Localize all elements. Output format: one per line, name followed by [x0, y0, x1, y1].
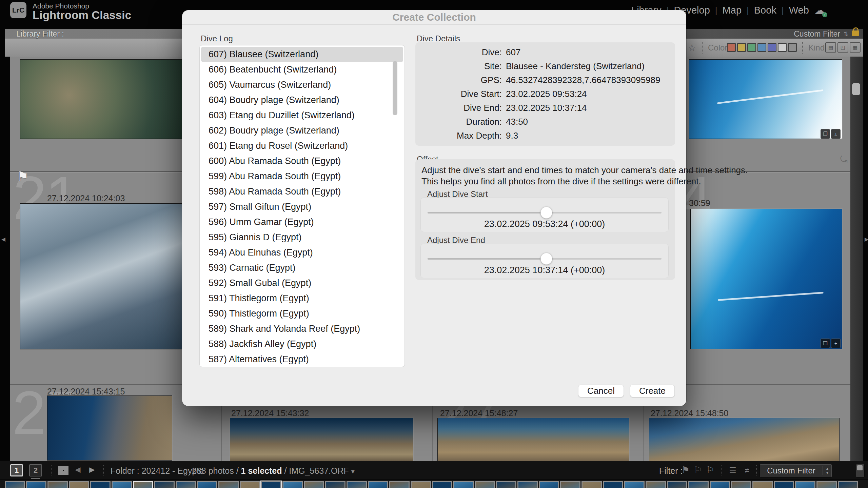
filmstrip-thumbnail[interactable]	[368, 481, 388, 488]
flag-reject-filter-icon[interactable]: ⚐	[706, 465, 714, 475]
dive-log-scrollbar-track[interactable]	[393, 48, 397, 364]
photo-thumbnail[interactable]	[689, 59, 842, 139]
dive-log-item[interactable]: 589) Shark and Yolanda Reef (Egypt)	[201, 321, 403, 337]
no-filter-icon[interactable]: ≠	[741, 465, 753, 475]
filmstrip-thumbnail[interactable]	[197, 481, 217, 488]
filmstrip-thumbnail[interactable]	[475, 481, 495, 488]
dive-log-item[interactable]: 604) Boudry plage (Switzerland)	[201, 93, 403, 108]
adjust-dive-start-slider[interactable]	[428, 207, 662, 218]
dive-log-list[interactable]: 607) Blausee (Switzerland)606) Beatenbuc…	[199, 45, 405, 367]
filmstrip-thumbnail[interactable]	[26, 481, 46, 488]
adjustment-badge-icon[interactable]: ±	[831, 339, 841, 348]
filter-preset-label[interactable]: Custom Filter	[794, 29, 840, 39]
next-photo-icon[interactable]: ►	[87, 465, 97, 475]
dive-log-item[interactable]: 606) Beatenbucht (Switzerland)	[201, 62, 403, 77]
grid-view-icon[interactable]	[58, 466, 68, 475]
dive-log-item[interactable]: 597) Small Giftun (Egypt)	[201, 199, 403, 215]
color-swatch-5[interactable]	[778, 43, 787, 52]
photo-thumbnail[interactable]	[230, 418, 413, 461]
filmstrip-thumbnail[interactable]	[325, 481, 346, 488]
dive-log-scrollbar-thumb[interactable]	[393, 61, 397, 115]
grid-scrollbar-track[interactable]	[850, 57, 863, 461]
dive-log-item[interactable]: 587) Alternatives (Egypt)	[201, 352, 403, 367]
adjustment-badge-icon[interactable]: ±	[831, 129, 841, 139]
previous-photo-icon[interactable]: ◄	[73, 465, 82, 475]
photo-thumbnail[interactable]	[20, 59, 183, 139]
filmstrip-thumbnail[interactable]	[731, 481, 751, 488]
dive-log-item[interactable]: 595) Giannis D (Egypt)	[201, 230, 403, 245]
cloud-sync-icon[interactable]: ☁✓	[814, 4, 825, 17]
flag-pick-filter-icon[interactable]: ⚑	[682, 465, 690, 475]
attribute-filter-icon[interactable]: ☰	[727, 465, 738, 475]
filmstrip-thumbnail[interactable]	[112, 481, 132, 488]
dive-log-item[interactable]: 591) Thistlegorm (Egypt)	[201, 291, 403, 306]
dive-log-item[interactable]: 593) Carnatic (Egypt)	[201, 260, 403, 276]
dive-log-item[interactable]: 605) Vaumarcus (Switzerland)	[201, 77, 403, 93]
color-swatch-1[interactable]	[737, 43, 746, 52]
filmstrip-thumbnail[interactable]	[218, 481, 239, 488]
filmstrip-thumbnail[interactable]	[240, 481, 260, 488]
filmstrip-thumbnail[interactable]	[5, 481, 25, 488]
collection-badge-icon[interactable]: ❐	[821, 129, 830, 139]
filter-lock-icon[interactable]	[852, 30, 859, 36]
dive-log-item[interactable]: 598) Abu Ramada South (Egypt)	[201, 184, 403, 199]
filmstrip-thumbnail[interactable]	[517, 481, 538, 488]
filter-toggle-switch[interactable]	[856, 464, 865, 477]
filmstrip-thumbnail[interactable]	[581, 481, 602, 488]
filmstrip-thumbnail[interactable]	[261, 481, 281, 488]
color-swatch-6[interactable]	[788, 43, 797, 52]
collection-badge-icon[interactable]: ❐	[821, 339, 830, 348]
dive-log-item[interactable]: 588) Jackfish Alley (Egypt)	[201, 337, 403, 352]
rotate-badge-icon[interactable]: ⤿	[840, 154, 848, 165]
color-swatch-3[interactable]	[757, 43, 766, 52]
module-book[interactable]: Book	[754, 5, 776, 16]
pick-flag-icon[interactable]: ⚑	[17, 169, 28, 184]
kind-virtual-copy-icon[interactable]: ◰	[837, 42, 848, 53]
primary-view-button[interactable]: 1	[10, 464, 23, 476]
cancel-button[interactable]: Cancel	[578, 385, 624, 397]
dive-log-item[interactable]: 603) Etang du Duzillet (Switzerland)	[201, 108, 403, 123]
slider-thumb[interactable]	[540, 253, 552, 265]
secondary-view-button[interactable]: 2	[29, 464, 42, 476]
slider-thumb[interactable]	[540, 207, 552, 219]
filmstrip-thumbnail[interactable]	[496, 481, 516, 488]
filmstrip-thumbnail[interactable]	[688, 481, 709, 488]
filmstrip-thumbnail[interactable]	[347, 481, 367, 488]
dive-log-item[interactable]: 607) Blausee (Switzerland)	[201, 47, 403, 62]
kind-photo-icon[interactable]: ▤	[825, 42, 836, 53]
grid-scrollbar-thumb[interactable]	[852, 83, 860, 95]
filter-preset-arrows-icon[interactable]: ⇅	[844, 30, 848, 38]
filter-preset-dropdown[interactable]: Custom Filter ▴▾	[760, 464, 832, 477]
module-map[interactable]: Map	[723, 5, 742, 16]
adjust-dive-end-slider[interactable]	[428, 253, 662, 264]
filmstrip-thumbnail[interactable]	[453, 481, 474, 488]
filmstrip-thumbnail[interactable]	[389, 481, 410, 488]
filmstrip-thumbnail[interactable]	[47, 481, 68, 488]
filmstrip-thumbnail[interactable]	[411, 481, 431, 488]
selection-status[interactable]: 238 photos / 1 selected / IMG_5637.ORF ▾	[192, 466, 355, 476]
filmstrip-thumbnail[interactable]	[176, 481, 196, 488]
filmstrip-thumbnail[interactable]	[646, 481, 666, 488]
color-swatch-4[interactable]	[768, 43, 776, 52]
filmstrip-thumbnail[interactable]	[304, 481, 324, 488]
photo-thumbnail[interactable]	[690, 209, 842, 349]
flag-unflagged-filter-icon[interactable]: ⚐	[694, 465, 702, 475]
dive-log-item[interactable]: 590) Thistlegorm (Egypt)	[201, 306, 403, 321]
filmstrip-thumbnail[interactable]	[432, 481, 452, 488]
rating-star-icon[interactable]: ☆	[688, 42, 696, 54]
dive-log-item[interactable]: 594) Abu Elnuhas (Egypt)	[201, 245, 403, 260]
dive-log-item[interactable]: 592) Small Gubal (Egypt)	[201, 276, 403, 291]
filmstrip-thumbnail[interactable]	[624, 481, 645, 488]
color-swatch-0[interactable]	[727, 43, 736, 52]
photo-thumbnail[interactable]	[649, 418, 840, 461]
filmstrip-thumbnail[interactable]	[603, 481, 623, 488]
color-swatch-2[interactable]	[747, 43, 756, 52]
folder-breadcrumb[interactable]: Folder : 202412 - Egypte	[111, 466, 204, 476]
filmstrip-thumbnail[interactable]	[774, 481, 794, 488]
dive-log-item[interactable]: 596) Umm Gamar (Egypt)	[201, 215, 403, 230]
filmstrip-thumbnail[interactable]	[795, 481, 815, 488]
filmstrip-thumbnail[interactable]	[710, 481, 730, 488]
filmstrip-thumbnail[interactable]	[752, 481, 773, 488]
filmstrip-thumbnail[interactable]	[838, 481, 858, 488]
filmstrip-thumbnail[interactable]	[816, 481, 837, 488]
